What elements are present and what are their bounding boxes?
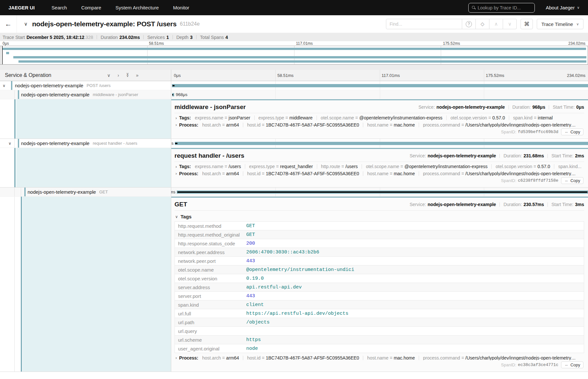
span-name-cell[interactable]: ∨nodejs-open-telemetry-examplePOST /user… [0,81,171,90]
nav-item-system-architecture[interactable]: System Architecture [115,5,159,10]
process-summary-row[interactable]: ›Process:host.arch=arm64host.id=1BC74D7B… [174,171,584,176]
tag-value: 443 [243,292,584,300]
find-next-button[interactable]: ∨ [503,19,517,29]
process-summary-row[interactable]: ›Process:host.arch=arm64host.id=1BC74D7B… [174,123,584,128]
tag-key: host.name [367,355,388,360]
span-row[interactable]: ∨nodejs-open-telemetry-examplePOST /user… [0,81,588,90]
span-name-cell[interactable]: nodejs-open-telemetry-exampleGET [0,188,171,196]
timeline-tick-label: 117.01ms [382,70,400,81]
tag-key: host.id [247,123,260,128]
tag-table-row: url.fullhttps://api.restful-api.dev/obje… [175,309,584,318]
tags-section-toggle[interactable]: ∨Tags [175,214,584,219]
detail-meta-label: Start Time: [551,153,573,158]
detail-meta-value: 3ms [575,202,584,207]
back-arrow-icon: ← [5,20,12,28]
span-toggle-chevron-icon[interactable]: ∨ [8,141,11,146]
trace-minimap[interactable] [0,46,588,65]
minimap-drag-handle[interactable] [2,46,3,64]
span-name-cell[interactable]: ∨nodejs-open-telemetry-examplerequest ha… [0,139,171,148]
separator [446,116,447,120]
span-name-cell[interactable]: nodejs-open-telemetry-examplemiddleware … [0,90,171,99]
trace-id-lookup[interactable] [468,3,535,13]
nav-item-search[interactable]: Search [52,5,67,10]
tag-table-row: http.request.method_originalGET [175,230,584,239]
timeline-gridline [484,90,484,99]
focus-span-button[interactable]: ◇ [476,19,489,29]
selected-span-highlight [16,99,171,139]
find-help-button[interactable]: ? [462,19,476,29]
tags-summary-row-label: Tags: [179,164,191,169]
detail-title-row[interactable]: request handler - /usersService:nodejs-o… [174,151,584,162]
tags-summary-row[interactable]: ›Tags:express.name=jsonParserexpress.typ… [174,116,584,120]
tag-value: @opentelemetry/instrumentation-undici [243,265,584,274]
detail-title-row[interactable]: middleware - jsonParserService:nodejs-op… [174,102,584,113]
span-bar[interactable] [175,142,588,145]
span-timeline-cell[interactable]: 968μs [171,90,588,99]
trace-id-lookup-input[interactable] [478,5,531,10]
copy-span-id-button[interactable]: ⇔Copy [561,128,583,135]
tag-table-row: network.peer.address2606:4700:3030::ac43… [175,248,584,257]
find-input[interactable] [386,19,462,29]
equals-sign: = [262,355,264,360]
nav-item-compare[interactable]: Compare [81,5,101,10]
span-toggle-chevron-icon[interactable]: ∨ [3,83,6,88]
tags-section-label: Tags [181,214,192,219]
span-detail-row: GETService:nodejs-open-telemetry-example… [0,197,588,372]
app-logo[interactable]: JAEGER UI [8,5,35,10]
expand-one-icon[interactable]: › [117,73,119,78]
tag-value: client [243,300,584,309]
timeline-tick-label: 175.52ms [486,70,504,81]
tag-table-row: otel.scope.version0.19.0 [175,274,584,283]
process-summary-row[interactable]: ›Process:host.arch=arm64host.id=1BC74D7B… [174,355,584,360]
about-jaeger-menu[interactable]: About Jaeger ∨ [546,5,580,10]
span-row[interactable]: nodejs-open-telemetry-exampleGET230.57ms [0,188,588,197]
nav-item-monitor[interactable]: Monitor [173,5,189,10]
link-icon: ⇔ [564,362,569,367]
tag-value [243,327,584,336]
collapse-trace-chevron[interactable]: ∨ [24,21,28,27]
span-timeline-cell[interactable]: 230.57ms [171,188,588,196]
tag-key: url.scheme [175,336,243,344]
depth-label: Depth [176,35,188,40]
collapse-one-icon[interactable]: ∨ [107,73,110,78]
tags-summary-row[interactable]: ›Tags:express.name=/usersexpress.type=re… [174,164,584,169]
collapse-all-icon[interactable]: ∨∨ [126,73,129,78]
tag-key: http.request.method_original [175,230,243,239]
span-timeline-cell[interactable]: 234.02ms [171,81,588,90]
selected-span-highlight [23,197,171,372]
span-bar[interactable] [172,84,588,87]
tag-key: process.command [423,171,460,176]
span-operation-name: POST /users [87,83,111,88]
span-row[interactable]: nodejs-open-telemetry-examplemiddleware … [0,90,588,99]
tag-value: GET [243,230,584,239]
detail-title-row[interactable]: GETService:nodejs-open-telemetry-example… [174,200,584,211]
equals-sign: = [534,116,536,120]
tag-key: network.peer.port [175,257,243,265]
separator [547,154,548,158]
span-service-name: nodejs-open-telemetry-example [15,83,83,88]
separator [363,171,363,176]
span-timeline-cell[interactable]: 231.68ms [171,139,588,148]
tags-table: http.request.methodGEThttp.request.metho… [174,221,584,353]
copy-span-id-button[interactable]: ⇔Copy [561,177,583,184]
tag-value: arm64 [226,123,239,128]
find-previous-button[interactable]: ∧ [489,19,503,29]
expand-all-icon[interactable]: » [136,73,138,78]
timeline-tick-label: 0μs [174,70,181,81]
trace-view-selector[interactable]: Trace Timeline ∨ [537,19,583,29]
separator [499,154,500,158]
tag-value: node [243,344,584,353]
timeline-tick-label: 234.02ms [568,41,585,46]
tag-value: middleware [289,116,313,120]
back-button[interactable]: ← [0,15,17,33]
copy-span-id-button[interactable]: ⇔Copy [561,361,583,368]
command-icon: ⌘ [524,21,530,28]
span-id-row: SpanID:c6238f8ffdf7158e⇔Copy [174,176,584,185]
tag-key: http.request.method [175,222,243,230]
trace-start-label: Trace Start [3,35,25,40]
span-row[interactable]: ∨nodejs-open-telemetry-examplerequest ha… [0,139,588,148]
tag-value: /Users/charlypoly/dev/inngest/nodejs-ope… [465,171,576,176]
tag-value: /Users/charlypoly/dev/inngest/nodejs-ope… [465,355,576,360]
tag-key: network.peer.address [175,248,243,257]
keyboard-shortcuts-button[interactable]: ⌘ [521,19,533,29]
